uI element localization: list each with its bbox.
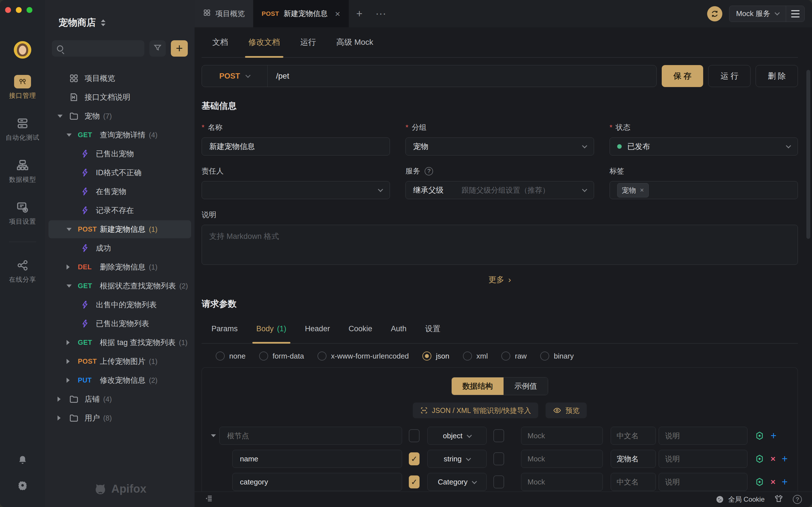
project-switcher-icon[interactable] xyxy=(101,19,105,26)
field-name-input[interactable] xyxy=(232,450,402,468)
sync-button[interactable] xyxy=(707,6,722,21)
caret-right-icon[interactable] xyxy=(66,340,70,345)
name-input[interactable]: 新建宠物信息 xyxy=(202,137,390,156)
more-link[interactable]: 更多 › xyxy=(202,274,798,285)
tab-doc[interactable]: 文档 xyxy=(212,27,228,57)
field-type-select[interactable]: object xyxy=(427,427,487,445)
advanced-settings-icon[interactable] xyxy=(755,477,764,487)
add-field-icon[interactable]: + xyxy=(782,454,788,464)
delete-field-icon[interactable]: × xyxy=(770,455,776,463)
add-api-button[interactable]: + xyxy=(171,40,188,57)
example-toggle-button[interactable]: 示例值 xyxy=(504,378,548,395)
tab-cookie[interactable]: Cookie xyxy=(349,314,372,343)
tree-item-del-pet[interactable]: DEL 删除宠物信息 (1) xyxy=(49,258,191,276)
radio-raw[interactable]: raw xyxy=(501,351,527,360)
schema-toggle-button[interactable]: 数据结构 xyxy=(452,378,504,395)
gear-icon[interactable] xyxy=(17,480,29,492)
tree-folder-users[interactable]: 用户 (8) xyxy=(49,409,191,427)
nullable-checkbox[interactable] xyxy=(493,452,504,465)
advanced-settings-icon[interactable] xyxy=(755,431,764,441)
tab-header[interactable]: Header xyxy=(305,314,330,343)
tab-settings[interactable]: 设置 xyxy=(425,314,441,343)
tab-body[interactable]: Body (1) xyxy=(256,314,287,343)
advanced-settings-icon[interactable] xyxy=(755,454,764,464)
field-name-input[interactable] xyxy=(219,427,402,445)
caret-down-icon[interactable] xyxy=(66,228,71,231)
radio-json[interactable]: json xyxy=(422,351,449,360)
method-select[interactable]: POST xyxy=(202,65,267,87)
tree-item-put-update-pet[interactable]: PUT 修改宠物信息 (2) xyxy=(49,371,191,389)
tree-case-not-found[interactable]: 记录不存在 xyxy=(49,202,191,219)
group-select[interactable]: 宠物 xyxy=(405,137,594,156)
required-checkbox-checked[interactable]: ✓ xyxy=(409,475,419,489)
search-input[interactable] xyxy=(52,40,144,57)
scrollbar-thumb[interactable] xyxy=(806,70,810,239)
tree-item-post-upload-image[interactable]: POST 上传宠物图片 (1) xyxy=(49,352,191,371)
tab-project-overview[interactable]: 项目概览 xyxy=(195,0,253,27)
field-name-input[interactable] xyxy=(232,473,402,491)
radio-binary[interactable]: binary xyxy=(540,351,574,360)
caret-down-icon[interactable] xyxy=(66,284,71,288)
outdent-icon[interactable] xyxy=(205,494,213,504)
field-desc-input[interactable] xyxy=(659,427,748,445)
rail-item-data-models[interactable]: 数据模型 xyxy=(9,158,36,184)
mock-input[interactable] xyxy=(521,450,603,467)
caret-right-icon[interactable] xyxy=(66,378,70,383)
radio-none[interactable]: none xyxy=(216,351,246,360)
bell-icon[interactable] xyxy=(17,455,28,467)
tab-more-button[interactable]: ··· xyxy=(370,0,392,27)
json-xml-import-button[interactable]: JSON / XML 智能识别/快捷导入 xyxy=(413,402,539,418)
nullable-checkbox[interactable] xyxy=(493,475,504,489)
field-desc-input[interactable] xyxy=(659,473,748,491)
service-select[interactable]: 继承父级 跟随父级分组设置（推荐） xyxy=(405,181,594,199)
filter-button[interactable] xyxy=(149,40,166,57)
tree-case-success[interactable]: 成功 xyxy=(49,239,191,257)
owner-select[interactable] xyxy=(202,181,390,199)
tab-params[interactable]: Params xyxy=(211,314,238,343)
caret-right-icon[interactable] xyxy=(57,397,61,402)
required-checkbox[interactable] xyxy=(409,429,419,442)
tree-item-project-overview[interactable]: 项目概览 xyxy=(49,69,191,87)
tree-item-get-pets-by-tag[interactable]: GET 根据 tag 查找宠物列表 (1) xyxy=(49,334,191,351)
delete-button[interactable]: 删 除 xyxy=(756,65,798,87)
run-button[interactable]: 运 行 xyxy=(708,65,751,87)
tab-create-pet[interactable]: POST 新建宠物信息 × xyxy=(253,0,349,27)
caret-down-icon[interactable] xyxy=(57,115,63,118)
rail-item-api-management[interactable]: 接口管理 xyxy=(9,75,36,100)
caret-right-icon[interactable] xyxy=(66,359,70,364)
caret-right-icon[interactable] xyxy=(57,415,61,420)
tree-folder-store[interactable]: 店铺 (4) xyxy=(49,390,191,408)
tree-item-api-docs[interactable]: 接口文档说明 xyxy=(49,88,191,106)
tree-item-get-pet-detail[interactable]: GET 查询宠物详情 (4) xyxy=(49,126,191,144)
tree-item-get-pets-by-status[interactable]: GET 根据状态查找宠物列表 (2) xyxy=(49,277,191,295)
close-icon[interactable]: × xyxy=(335,9,340,18)
nullable-checkbox[interactable] xyxy=(493,429,504,442)
caret-down-icon[interactable] xyxy=(211,434,216,437)
tree-case-sold-pet[interactable]: 已售出宠物 xyxy=(49,145,191,163)
close-window-button[interactable] xyxy=(5,7,11,13)
rail-item-project-settings[interactable]: 项目设置 xyxy=(9,200,36,226)
field-type-select[interactable]: string xyxy=(427,450,487,468)
add-field-icon[interactable]: + xyxy=(770,431,776,441)
global-cookie-button[interactable]: 全局 Cookie xyxy=(715,495,765,504)
field-desc-input[interactable] xyxy=(659,450,748,467)
tree-case-selling-list[interactable]: 出售中的宠物列表 xyxy=(49,296,191,314)
tree-item-post-create-pet[interactable]: POST 新建宠物信息 (1) xyxy=(49,220,191,238)
add-field-icon[interactable]: + xyxy=(782,477,788,487)
radio-form-data[interactable]: form-data xyxy=(259,351,304,360)
field-title-input[interactable] xyxy=(611,450,656,468)
description-textarea[interactable] xyxy=(202,225,798,265)
caret-down-icon[interactable] xyxy=(66,133,71,136)
url-input[interactable]: /pet xyxy=(267,71,289,80)
help-icon[interactable]: ? xyxy=(793,495,802,504)
mock-input[interactable] xyxy=(521,427,603,445)
tree-case-on-sale[interactable]: 在售宠物 xyxy=(49,182,191,201)
field-title-input[interactable] xyxy=(611,473,656,491)
help-circle-icon[interactable]: ? xyxy=(424,167,433,175)
field-type-select[interactable]: Category xyxy=(427,473,487,491)
caret-right-icon[interactable] xyxy=(66,265,70,270)
avatar[interactable] xyxy=(14,41,31,59)
rail-item-automated-testing[interactable]: 自动化测试 xyxy=(6,116,40,142)
new-tab-button[interactable]: + xyxy=(349,0,370,27)
required-checkbox-checked[interactable]: ✓ xyxy=(409,452,419,465)
